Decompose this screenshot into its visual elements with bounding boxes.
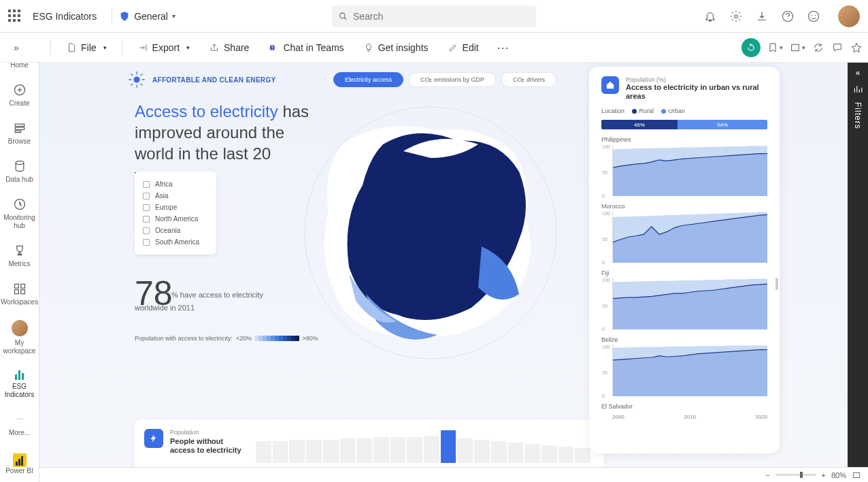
reset-button[interactable] [741, 38, 761, 57]
svg-point-0 [340, 13, 346, 18]
nav-esg[interactable]: ESG Indicators [0, 362, 39, 406]
nav-workspaces[interactable]: Workspaces [0, 275, 39, 313]
nav-browse[interactable]: Browse [0, 114, 39, 152]
favorite-star-icon[interactable] [850, 42, 863, 54]
filter-oceania[interactable]: Oceania [143, 225, 208, 236]
fit-page-icon[interactable] [852, 470, 861, 480]
pill-co2-gdp[interactable]: CO₂ emissions by GDP [409, 72, 496, 87]
filter-africa[interactable]: Africa [143, 178, 208, 190]
filters-pane[interactable]: « Filters [848, 63, 868, 467]
timeline-bar[interactable] [558, 447, 574, 463]
region-filter[interactable]: Africa Asia Europe North America Oceania… [135, 172, 216, 255]
side-title: Access to electricity in urban vs rural … [626, 83, 767, 101]
expand-nav-icon[interactable]: » [8, 39, 24, 56]
timeline-bar[interactable] [457, 438, 473, 463]
timeline-bar[interactable] [289, 440, 305, 463]
search-input[interactable] [353, 11, 529, 22]
timeline-bar[interactable] [356, 438, 372, 463]
sensitivity-shield-icon [119, 11, 130, 22]
refresh-icon[interactable] [812, 42, 824, 54]
mini-chart[interactable]: Morocco100500 [601, 203, 767, 263]
zoom-in-button[interactable]: + [822, 471, 826, 479]
file-menu[interactable]: File▾ [59, 38, 114, 57]
timeline-bar[interactable] [441, 430, 456, 463]
timeline-bar[interactable] [541, 445, 557, 463]
timeline-bar[interactable] [407, 437, 422, 463]
checkbox-icon [143, 204, 150, 211]
download-icon[interactable] [755, 10, 769, 23]
insights-button[interactable]: Get insights [356, 38, 435, 57]
bookmark-icon [767, 42, 778, 53]
feedback-smile-icon[interactable] [807, 10, 820, 23]
timeline-bars[interactable]: 2000200120022003200420052006200720082009… [252, 429, 595, 467]
pill-electricity-access[interactable]: Electricity access [333, 72, 403, 87]
collapse-filters-icon[interactable]: « [856, 68, 861, 78]
timeline-bar[interactable] [340, 438, 356, 463]
mini-chart-label: Belize [601, 336, 767, 343]
svg-point-12 [16, 161, 24, 165]
help-icon[interactable] [781, 10, 795, 23]
svg-rect-16 [14, 290, 18, 294]
share-button[interactable]: Share [202, 38, 256, 57]
nav-metrics[interactable]: Metrics [0, 237, 39, 275]
filter-asia[interactable]: Asia [143, 190, 208, 202]
more-commands-icon[interactable]: ⋯ [491, 37, 514, 58]
settings-gear-icon[interactable] [729, 10, 743, 23]
file-icon [66, 42, 77, 53]
timeline-bar[interactable] [373, 437, 389, 463]
svg-point-21 [133, 76, 139, 82]
svg-point-7 [815, 14, 816, 16]
zoom-handle[interactable] [800, 472, 803, 478]
scrollbar-thumb[interactable] [775, 278, 778, 290]
timeline-bar[interactable] [256, 441, 271, 463]
chart-mini-icon[interactable] [853, 84, 863, 94]
workspace-avatar-icon [12, 320, 28, 336]
nav-datahub[interactable]: Data hub [0, 152, 39, 191]
timeline-bar[interactable] [306, 440, 322, 463]
plus-circle-icon [13, 83, 27, 97]
mini-chart[interactable]: Belize100500 [601, 336, 767, 396]
filter-north-america[interactable]: North America [143, 213, 208, 225]
timeline-bar[interactable] [390, 437, 406, 463]
export-icon [137, 42, 148, 53]
filter-south-america[interactable]: South America [143, 236, 208, 248]
rural-urban-bar[interactable]: 46% 54% [601, 120, 767, 129]
nav-create[interactable]: Create [0, 76, 39, 114]
search-box[interactable] [332, 5, 536, 27]
notifications-icon[interactable] [703, 10, 717, 23]
workspaces-icon [13, 282, 27, 295]
timeline-bar[interactable] [323, 440, 339, 463]
timeline-bar[interactable] [424, 436, 439, 463]
comment-icon[interactable] [831, 42, 844, 54]
chat-teams-button[interactable]: TChat in Teams [261, 38, 350, 57]
filter-europe[interactable]: Europe [143, 202, 208, 213]
timeline-bar[interactable] [524, 444, 540, 463]
app-launcher-icon[interactable] [8, 10, 22, 23]
timeline-bar[interactable] [575, 448, 590, 463]
gradient-swatch [254, 336, 299, 341]
timeline-bar[interactable] [474, 440, 490, 463]
zoom-out-button[interactable]: − [765, 471, 769, 479]
checkbox-icon [143, 227, 150, 234]
mini-chart[interactable]: Philippines100500 [601, 136, 767, 196]
workspace-selector[interactable]: General ▾ [134, 11, 176, 22]
user-avatar[interactable] [838, 5, 860, 27]
view-button[interactable]: ▾ [790, 42, 805, 53]
pill-co2-drivers[interactable]: CO₂ drivers [501, 72, 556, 87]
timeline-bar[interactable] [508, 443, 524, 463]
mini-chart[interactable]: Fiji100500 [601, 270, 767, 330]
globe-map[interactable] [301, 103, 560, 362]
nav-more[interactable]: ⋯More... [0, 406, 39, 444]
bookmark-button[interactable]: ▾ [767, 42, 783, 53]
zoom-slider[interactable] [775, 474, 816, 476]
nav-monitoring[interactable]: Monitoring hub [0, 191, 39, 237]
nav-powerbi[interactable]: Power BI [0, 447, 39, 482]
nav-myworkspace[interactable]: My workspace [0, 313, 39, 362]
timeline-bar[interactable] [491, 441, 507, 463]
side-xaxis: 2000 2010 2020 [612, 414, 767, 420]
svg-rect-17 [20, 290, 24, 294]
timeline-bar[interactable] [273, 441, 288, 463]
divider [112, 10, 112, 23]
export-button[interactable]: Export▾ [131, 38, 197, 57]
edit-button[interactable]: Edit [441, 38, 486, 57]
